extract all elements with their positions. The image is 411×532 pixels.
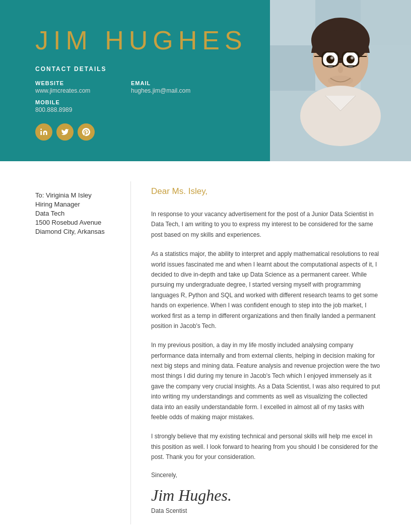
header-section: JIM HUGHES CONTACT DETAILS WEBSITE www.j… [0,0,411,161]
svg-rect-0 [40,131,42,135]
website-block: WEBSITE www.jimcreates.com [35,80,131,94]
recipient-to: To: Viriginia M Isley [35,191,115,199]
recipient-address: 1500 Rosebud Avenue [35,219,115,226]
pinterest-icon[interactable] [78,123,95,141]
email-label: EMAIL [131,80,257,86]
signer-title: Data Scentist [151,507,381,514]
mobile-value: 800.888.8989 [35,106,131,113]
contact-grid: WEBSITE www.jimcreates.com EMAIL hughes.… [35,80,386,113]
email-block: EMAIL hughes.jim@mail.com [131,80,257,94]
letter-paragraph-3: In my previous position, a day in my lif… [151,340,381,422]
email-value: hughes.jim@mail.com [131,87,257,94]
social-icons-row [35,123,386,141]
mobile-block: MOBILE 800.888.8989 [35,99,131,113]
applicant-name: JIM HUGHES [35,25,386,55]
website-label: WEBSITE [35,80,131,86]
contact-title: CONTACT DETAILS [35,65,386,73]
letter-paragraph-1: In response to your vacancy advertisemen… [151,209,381,240]
recipient-city: Diamond City, Arkansas [35,228,115,235]
linkedin-icon[interactable] [35,123,52,141]
main-content: To: Viriginia M Isley Hiring Manager Dat… [0,161,411,532]
right-column: Dear Ms. Isley, In response to your vaca… [131,181,411,524]
svg-point-1 [40,128,42,130]
letter-paragraph-4: I strongly believe that my existing tech… [151,431,381,462]
letter-signature: Jim Hughes. [151,486,381,505]
recipient-company: Data Tech [35,210,115,217]
twitter-icon[interactable] [56,123,74,141]
letter-paragraph-2: As a statistics major, the ability to in… [151,249,381,331]
recipient-title: Hiring Manager [35,201,115,208]
mobile-label: MOBILE [35,99,131,105]
letter-closing: Sincerely, [151,472,381,479]
left-column: To: Viriginia M Isley Hiring Manager Dat… [0,181,131,524]
letter-salutation: Dear Ms. Isley, [151,186,381,196]
header-content: JIM HUGHES CONTACT DETAILS WEBSITE www.j… [0,0,411,156]
website-value: www.jimcreates.com [35,87,131,94]
